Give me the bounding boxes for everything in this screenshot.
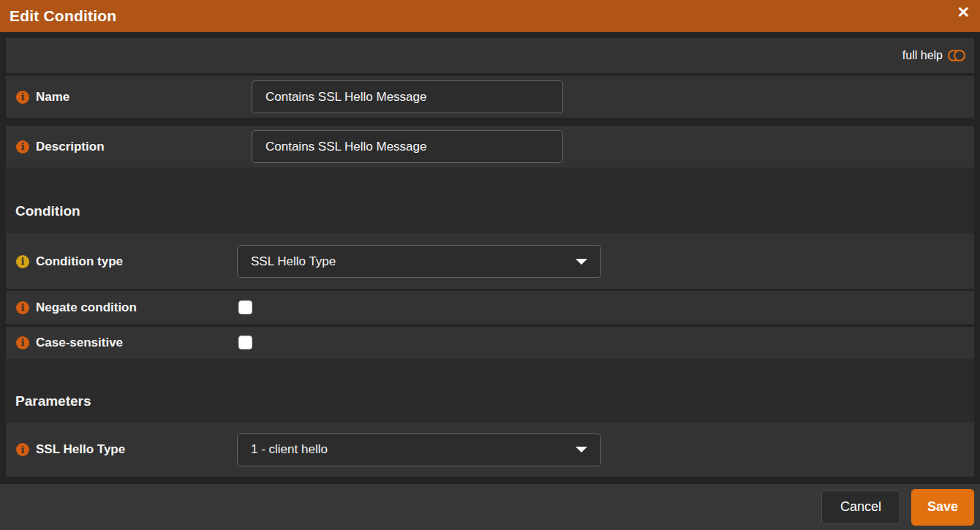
toggle-off-icon[interactable]: [948, 50, 965, 61]
negate-condition-label: Negate condition: [36, 300, 137, 315]
full-help-label: full help: [902, 49, 943, 62]
save-button[interactable]: Save: [911, 489, 974, 526]
condition-type-label: Condition type: [36, 254, 123, 269]
ssl-hello-type-select[interactable]: 1 - client hello: [237, 434, 601, 466]
description-label-group: i Description: [6, 140, 252, 154]
divider: [0, 118, 980, 126]
name-input[interactable]: [252, 80, 563, 113]
ssl-hello-type-label-group: i SSL Hello Type: [6, 442, 237, 457]
description-label: Description: [36, 140, 105, 154]
condition-type-select[interactable]: SSL Hello Type: [237, 245, 601, 278]
divider: [0, 32, 980, 38]
case-sensitive-row: i Case-sensitive: [6, 327, 974, 358]
chevron-down-icon: [576, 259, 587, 265]
ssl-hello-type-row: i SSL Hello Type 1 - client hello: [6, 423, 974, 477]
dialog-footer: Cancel Save: [0, 484, 980, 530]
case-sensitive-checkbox[interactable]: [238, 336, 252, 349]
full-help-row: full help: [6, 38, 974, 73]
cancel-button[interactable]: Cancel: [821, 491, 900, 524]
info-icon[interactable]: i: [16, 443, 29, 456]
name-label: Name: [36, 90, 69, 105]
info-icon[interactable]: i: [16, 91, 29, 104]
edit-condition-dialog: Edit Condition ✕ full help i Name i Desc…: [0, 0, 980, 530]
condition-section-title: Condition: [15, 203, 80, 219]
negate-condition-checkbox[interactable]: [238, 300, 252, 314]
condition-type-row: i Condition type SSL Hello Type: [6, 234, 974, 289]
info-icon[interactable]: i: [16, 336, 29, 349]
dialog-titlebar: Edit Condition ✕: [0, 0, 980, 32]
negate-condition-row: i Negate condition: [6, 291, 974, 324]
full-help-toggle[interactable]: full help: [902, 49, 965, 62]
negate-condition-label-group: i Negate condition: [6, 300, 238, 315]
name-label-group: i Name: [6, 90, 252, 105]
condition-type-selected-value: SSL Hello Type: [251, 254, 336, 269]
description-row: i Description: [6, 126, 974, 167]
ssl-hello-type-label: SSL Hello Type: [36, 442, 125, 457]
chevron-down-icon: [576, 447, 587, 453]
parameters-section-title: Parameters: [15, 393, 91, 409]
name-row: i Name: [6, 76, 974, 118]
info-icon[interactable]: i: [16, 301, 29, 314]
info-icon[interactable]: i: [16, 255, 29, 268]
case-sensitive-label: Case-sensitive: [36, 336, 123, 350]
description-input[interactable]: [252, 130, 563, 163]
info-icon[interactable]: i: [16, 140, 29, 154]
ssl-hello-type-selected-value: 1 - client hello: [251, 442, 328, 457]
case-sensitive-label-group: i Case-sensitive: [6, 336, 238, 350]
condition-section-header: Condition: [6, 167, 974, 234]
parameters-section-header: Parameters: [6, 358, 974, 423]
divider: [0, 477, 980, 484]
dialog-title: Edit Condition: [10, 7, 116, 25]
close-icon[interactable]: ✕: [957, 3, 970, 22]
condition-type-label-group: i Condition type: [6, 254, 237, 269]
